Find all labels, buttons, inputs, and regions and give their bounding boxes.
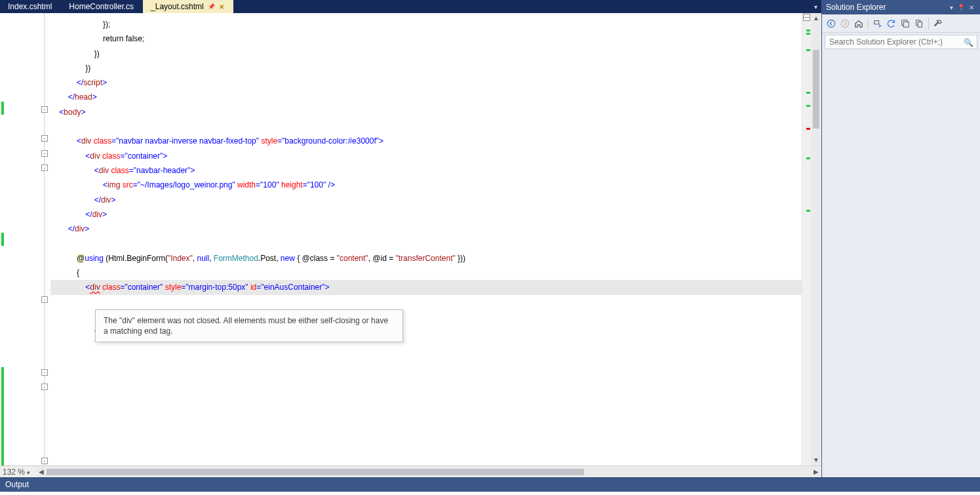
sync-with-active-button[interactable] [872, 18, 884, 30]
pin-icon[interactable]: 📍 [955, 4, 967, 11]
code-editor[interactable]: - - - - - - - - }); return false; }) [0, 13, 821, 465]
overview-ruler[interactable] [802, 13, 811, 465]
tab-index-cshtml[interactable]: Index.cshtml [0, 0, 61, 13]
svg-point-0 [827, 20, 834, 27]
search-icon[interactable]: 🔍 [964, 38, 973, 47]
panel-dropdown-icon[interactable]: ▾ [948, 4, 955, 11]
close-icon[interactable]: ✕ [219, 3, 224, 10]
collapse-all-button[interactable] [899, 18, 911, 30]
tab-overflow-dropdown[interactable]: ▾ [813, 3, 819, 10]
svg-rect-6 [918, 22, 922, 27]
output-panel-header[interactable]: Output [0, 477, 980, 492]
scroll-down-arrow[interactable]: ▼ [811, 455, 821, 465]
scrollbar-thumb[interactable] [47, 469, 584, 475]
tab-homecontroller[interactable]: HomeController.cs [61, 0, 143, 13]
document-tab-bar: Index.cshtml HomeController.cs _Layout.c… [0, 0, 821, 13]
refresh-button[interactable] [886, 18, 897, 30]
outline-collapse-toggle[interactable]: - [41, 369, 48, 376]
zoom-level[interactable]: 132 % ▾ [0, 467, 36, 477]
show-all-files-button[interactable] [913, 18, 925, 30]
home-button[interactable] [853, 18, 865, 30]
outline-collapse-toggle[interactable]: - [41, 135, 48, 142]
scroll-up-arrow[interactable]: ▲ [811, 13, 821, 24]
gutter [5, 13, 41, 465]
outline-collapse-toggle[interactable]: - [41, 165, 48, 171]
solution-tree[interactable] [822, 51, 980, 477]
close-icon[interactable]: ✕ [967, 4, 976, 11]
outline-column: - - - - - - - - [41, 13, 49, 465]
solution-explorer-header: Solution Explorer ▾ 📍 ✕ [822, 0, 980, 14]
properties-button[interactable] [932, 18, 944, 30]
tab-layout-cshtml[interactable]: _Layout.cshtml 📌 ✕ [143, 0, 233, 13]
solution-search-input[interactable] [825, 35, 977, 49]
outline-collapse-toggle[interactable]: - [41, 106, 48, 113]
vertical-scrollbar[interactable]: ▲ ▼ [811, 13, 821, 465]
back-button[interactable] [825, 18, 837, 30]
pin-icon[interactable]: 📌 [208, 3, 215, 10]
scroll-right-arrow[interactable]: ▶ [811, 467, 821, 477]
svg-rect-2 [874, 20, 879, 24]
solution-explorer-toolbar [822, 14, 980, 33]
svg-rect-4 [903, 22, 909, 27]
outline-collapse-toggle[interactable]: - [41, 150, 48, 157]
horizontal-scrollbar[interactable]: ◀ ▶ [36, 467, 821, 477]
outline-collapse-toggle[interactable]: - [41, 458, 48, 464]
error-tooltip: The "div" element was not closed. All el… [95, 309, 403, 342]
scrollbar-thumb[interactable] [813, 50, 819, 129]
outline-collapse-toggle[interactable]: - [41, 296, 48, 303]
outline-collapse-toggle[interactable]: - [41, 384, 48, 390]
forward-button[interactable] [839, 18, 851, 30]
scroll-left-arrow[interactable]: ◀ [36, 467, 47, 477]
split-editor-icon[interactable] [803, 14, 810, 21]
svg-point-1 [841, 20, 848, 27]
